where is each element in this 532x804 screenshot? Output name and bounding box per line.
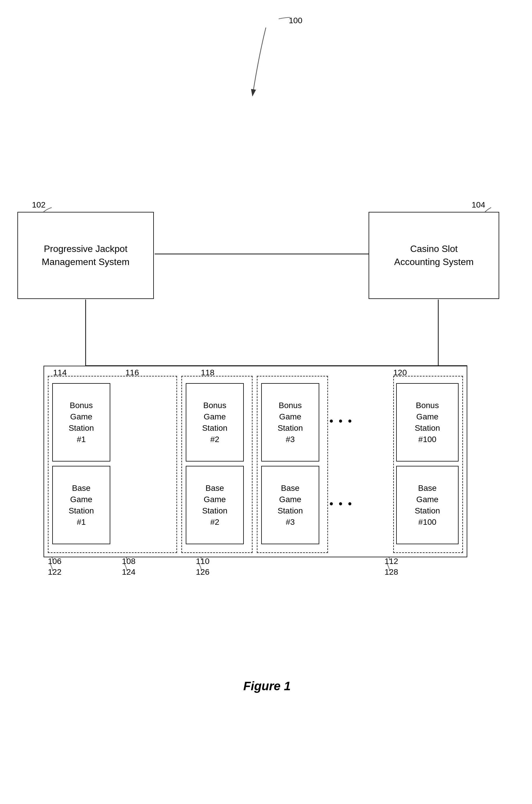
ref-124: 124 (122, 568, 135, 577)
ref-128: 128 (384, 568, 398, 577)
bonus-station-2: Bonus Game Station #2 (186, 383, 244, 461)
ref-104: 104 (472, 200, 485, 210)
base-dots: • • • (329, 498, 353, 510)
base-station-2: Base Game Station #2 (186, 466, 244, 544)
bonus-station-100: Bonus Game Station #100 (396, 383, 459, 461)
ref-108: 108 (122, 557, 135, 566)
progressive-jackpot-box: Progressive Jackpot Management System (17, 212, 154, 299)
base-station-100: Base Game Station #100 (396, 466, 459, 544)
base-station-3: Base Game Station #3 (261, 466, 319, 544)
bonus-station-1: Bonus Game Station #1 (52, 383, 110, 461)
ref-122: 122 (48, 568, 61, 577)
figure-label: Figure 1 (224, 679, 310, 693)
base-station-1: Base Game Station #1 (52, 466, 110, 544)
casino-slot-box: Casino Slot Accounting System (368, 212, 499, 299)
bonus-station-3: Bonus Game Station #3 (261, 383, 319, 461)
ref-112: 112 (384, 557, 398, 566)
ref-106: 106 (48, 557, 61, 566)
ref-100: 100 (289, 16, 302, 25)
ref-102: 102 (32, 200, 45, 210)
ref-126: 126 (196, 568, 210, 577)
diagram: 100 102 104 Progressive Jackpot Manageme… (0, 0, 532, 804)
ref-110: 110 (196, 557, 210, 566)
bonus-dots: • • • (329, 415, 353, 427)
